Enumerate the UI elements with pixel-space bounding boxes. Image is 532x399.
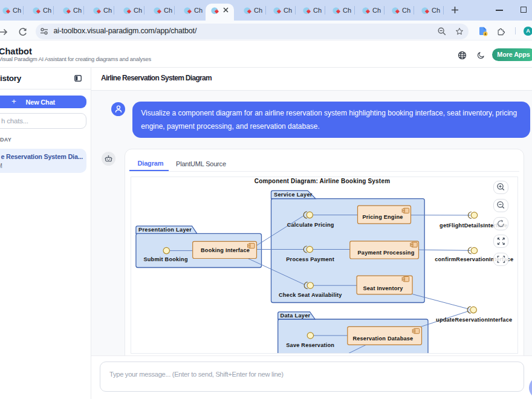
svg-text:Presentation Layer: Presentation Layer (138, 227, 192, 233)
svg-text:Check Seat Availability: Check Seat Availability (278, 292, 342, 298)
svg-text:Seat Inventory: Seat Inventory (363, 285, 403, 291)
svg-text:updateReservationInterface: updateReservationInterface (436, 317, 512, 323)
svg-text:Service Layer: Service Layer (274, 192, 313, 198)
svg-text:Submit Booking: Submit Booking (143, 256, 187, 262)
svg-text:Calculate Pricing: Calculate Pricing (287, 222, 334, 228)
svg-text:Pricing Engine: Pricing Engine (362, 214, 403, 220)
svg-text:Data Layer: Data Layer (280, 313, 310, 319)
svg-text:Component Diagram: Airline Boo: Component Diagram: Airline Booking Syste… (254, 178, 390, 184)
svg-text:Booking Interface: Booking Interface (201, 247, 250, 253)
svg-text:Save Reservation: Save Reservation (286, 342, 334, 348)
svg-text:Payment Processing: Payment Processing (357, 250, 414, 256)
svg-text:Process Payment: Process Payment (286, 256, 334, 262)
svg-text:Reservation Database: Reservation Database (352, 336, 413, 342)
